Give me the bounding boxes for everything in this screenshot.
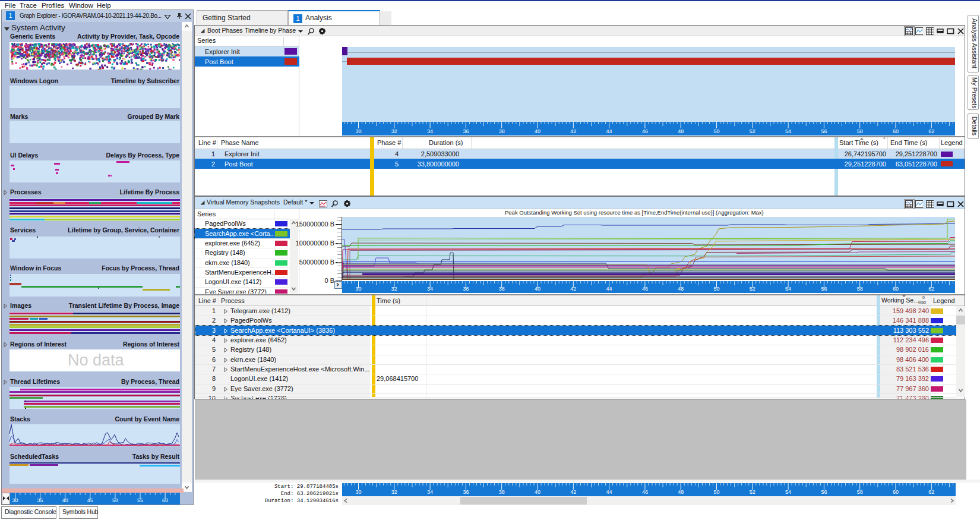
svg-text:35: 35 xyxy=(37,497,43,503)
svg-text:56: 56 xyxy=(821,128,827,134)
svg-text:60: 60 xyxy=(162,497,168,503)
svg-text:60: 60 xyxy=(893,489,899,495)
svg-text:50: 50 xyxy=(713,128,719,134)
svg-text:36: 36 xyxy=(463,489,469,495)
svg-text:34: 34 xyxy=(427,489,433,495)
svg-text:60: 60 xyxy=(893,286,899,292)
svg-text:56: 56 xyxy=(821,489,827,495)
svg-text:48: 48 xyxy=(678,489,684,495)
svg-text:48: 48 xyxy=(678,128,684,134)
svg-text:58: 58 xyxy=(857,128,863,134)
svg-text:52: 52 xyxy=(750,489,755,495)
svg-text:60: 60 xyxy=(893,128,899,134)
svg-text:38: 38 xyxy=(499,489,505,495)
svg-text:34: 34 xyxy=(427,286,433,292)
svg-text:32: 32 xyxy=(391,489,397,495)
svg-text:54: 54 xyxy=(785,286,791,292)
svg-text:40: 40 xyxy=(535,489,540,495)
svg-text:34: 34 xyxy=(427,128,433,134)
svg-text:36: 36 xyxy=(463,128,469,134)
svg-text:36: 36 xyxy=(463,286,469,292)
svg-text:40: 40 xyxy=(535,286,540,292)
svg-text:40: 40 xyxy=(62,497,68,503)
svg-text:44: 44 xyxy=(606,128,612,134)
svg-text:52: 52 xyxy=(750,128,755,134)
svg-text:46: 46 xyxy=(642,489,648,495)
svg-text:48: 48 xyxy=(678,286,684,292)
svg-text:38: 38 xyxy=(499,286,505,292)
svg-text:54: 54 xyxy=(785,489,791,495)
svg-text:52: 52 xyxy=(750,286,755,292)
svg-text:44: 44 xyxy=(606,286,612,292)
svg-text:30: 30 xyxy=(12,497,18,503)
svg-text:30: 30 xyxy=(355,489,361,495)
svg-text:50: 50 xyxy=(112,497,118,503)
svg-text:46: 46 xyxy=(642,128,648,134)
svg-text:42: 42 xyxy=(570,489,576,495)
svg-text:45: 45 xyxy=(87,497,93,503)
svg-text:62: 62 xyxy=(928,489,934,495)
svg-text:32: 32 xyxy=(391,128,397,134)
svg-text:62: 62 xyxy=(928,286,934,292)
svg-text:32: 32 xyxy=(391,286,397,292)
svg-text:62: 62 xyxy=(928,128,934,134)
svg-text:50: 50 xyxy=(713,286,719,292)
svg-text:40: 40 xyxy=(535,128,540,134)
svg-text:30: 30 xyxy=(355,286,361,292)
svg-text:54: 54 xyxy=(785,128,791,134)
svg-text:42: 42 xyxy=(570,128,576,134)
svg-text:46: 46 xyxy=(642,286,648,292)
svg-text:30: 30 xyxy=(355,128,361,134)
svg-text:50: 50 xyxy=(713,489,719,495)
svg-text:58: 58 xyxy=(857,489,863,495)
svg-text:44: 44 xyxy=(606,489,612,495)
svg-text:38: 38 xyxy=(499,128,505,134)
svg-text:55: 55 xyxy=(137,497,143,503)
svg-text:56: 56 xyxy=(821,286,827,292)
svg-text:42: 42 xyxy=(570,286,576,292)
svg-text:58: 58 xyxy=(857,286,863,292)
